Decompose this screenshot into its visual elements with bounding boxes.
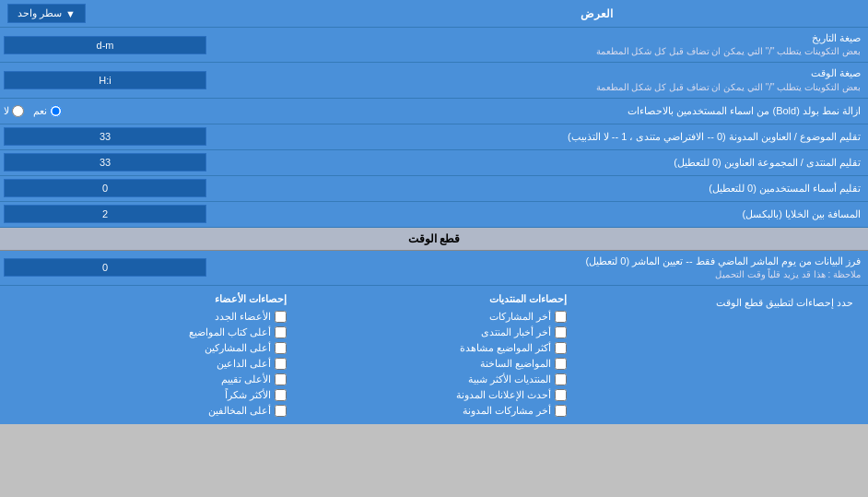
usernames-row: تقليم أسماء المستخدمين (0 للتعطيل) — [0, 176, 868, 202]
radio-yes[interactable] — [50, 105, 62, 117]
checkbox-last-announcements-label: أحدث الإعلانات المدونة — [456, 389, 551, 401]
forum-titles-input-wrap — [0, 151, 258, 173]
cutoff-days-input[interactable] — [4, 258, 206, 277]
space-cells-input[interactable] — [4, 205, 206, 223]
time-format-row: صيغة الوقت بعض التكوينات يتطلب "/" التي … — [0, 63, 868, 98]
topics-titles-input-wrap — [0, 125, 258, 148]
checkbox-last-news-label: أخر أخبار المنتدى — [481, 326, 551, 338]
bold-remove-label: ازالة نمط بولد (Bold) من اسماء المستخدمي… — [258, 101, 868, 122]
checkbox-top-posters-sub-input[interactable] — [275, 342, 287, 354]
checkbox-top-online-label: أعلى الداعين — [217, 358, 271, 370]
bold-remove-radio-group: نعم لا — [4, 105, 62, 117]
checkbox-hot-topics-label: المواضيع الساخنة — [480, 358, 551, 370]
checkbox-top-rated-label: الأعلى تقييم — [221, 373, 271, 385]
checkbox-last-news[interactable]: أخر أخبار المنتدى — [287, 326, 566, 338]
checkbox-last-news-input[interactable] — [555, 326, 567, 338]
radio-no-label[interactable]: لا — [4, 105, 24, 117]
checkbox-similar-forums-input[interactable] — [555, 373, 567, 385]
date-format-input[interactable] — [4, 36, 206, 54]
checkbox-hot-topics-input[interactable] — [555, 358, 567, 370]
date-format-row: صيغة التاريخ بعض التكوينات يتطلب "/" الت… — [0, 28, 868, 63]
checkbox-last-announcements-input[interactable] — [555, 389, 567, 401]
checkbox-new-members[interactable]: الأعضاء الجدد — [7, 311, 287, 323]
member-stats-title: إحصاءات الأعضاء — [7, 293, 287, 305]
dropdown-arrow: ▼ — [65, 8, 76, 19]
checkbox-top-moderators-label: أعلى المخالفين — [208, 405, 271, 417]
radio-no[interactable] — [12, 105, 24, 117]
space-cells-row: المسافة بين الخلايا (بالبكسل) — [0, 202, 868, 228]
dropdown-label: سطر واحد — [18, 7, 62, 19]
radio-yes-text: نعم — [33, 105, 47, 117]
checkbox-top-rated[interactable]: الأعلى تقييم — [7, 373, 287, 385]
checkbox-similar-forums[interactable]: المنتديات الأكثر شبية — [287, 373, 566, 385]
cutoff-days-input-wrap — [0, 256, 258, 278]
usernames-label: تقليم أسماء المستخدمين (0 للتعطيل) — [258, 178, 868, 199]
radio-yes-label[interactable]: نعم — [33, 105, 62, 117]
forum-stats-title: إحصاءات المنتديات — [287, 293, 566, 305]
checkbox-last-announcements[interactable]: أحدث الإعلانات المدونة — [287, 389, 566, 401]
cutoff-days-label: فرز البيانات من يوم الماشر الماضي فقط --… — [258, 251, 868, 285]
checkbox-new-members-input[interactable] — [275, 311, 287, 323]
checkbox-top-online-input[interactable] — [275, 358, 287, 370]
checkbox-top-posters-sub[interactable]: أعلى المشاركين — [7, 342, 287, 354]
checkbox-last-posts[interactable]: أخر المشاركات — [287, 311, 566, 323]
checkbox-last-posts-label: أخر المشاركات — [489, 311, 551, 323]
topics-titles-label: تقليم الموضوع / العناوين المدونة (0 -- ا… — [258, 126, 868, 148]
checkbox-last-pinned-input[interactable] — [555, 405, 567, 417]
checkbox-most-thanks[interactable]: الأكثر شكراً — [7, 389, 287, 401]
checkbox-new-members-label: الأعضاء الجدد — [215, 311, 271, 323]
cutoff-section-header: قطع الوقت — [0, 228, 868, 251]
date-format-input-wrap — [0, 34, 258, 56]
space-cells-label: المسافة بين الخلايا (بالبكسل) — [258, 204, 868, 225]
checkbox-similar-forums-label: المنتديات الأكثر شبية — [468, 373, 551, 385]
checkbox-last-pinned[interactable]: أخر مشاركات المدونة — [287, 405, 566, 417]
header-label: العرض — [581, 7, 613, 20]
checkbox-most-viewed-label: أكثر المواضيع مشاهدة — [460, 342, 551, 354]
cutoff-days-row: فرز البيانات من يوم الماشر الماضي فقط --… — [0, 251, 868, 286]
checkbox-hot-topics[interactable]: المواضيع الساخنة — [287, 358, 566, 370]
apply-label: حدد إحصاءات لتطبيق قطع الوقت — [567, 293, 861, 313]
checkbox-most-viewed-input[interactable] — [555, 342, 567, 354]
checkbox-most-thanks-label: الأكثر شكراً — [225, 389, 271, 401]
checkbox-top-posters-input[interactable] — [275, 326, 287, 338]
checkbox-top-moderators-input[interactable] — [275, 405, 287, 417]
usernames-input-wrap — [0, 177, 258, 199]
time-format-label: صيغة الوقت بعض التكوينات يتطلب "/" التي … — [258, 63, 868, 97]
header-row: العرض ▼ سطر واحد — [0, 0, 868, 28]
checkbox-top-moderators[interactable]: أعلى المخالفين — [7, 405, 287, 417]
checkbox-top-rated-input[interactable] — [275, 373, 287, 385]
radio-no-text: لا — [4, 105, 9, 117]
checkbox-top-posters[interactable]: أعلى كتاب المواضيع — [7, 326, 287, 338]
usernames-input[interactable] — [4, 179, 206, 197]
space-cells-input-wrap — [0, 203, 258, 225]
main-container: العرض ▼ سطر واحد — [0, 0, 868, 424]
display-dropdown[interactable]: ▼ سطر واحد — [7, 4, 86, 23]
cutoff-section-title: قطع الوقت — [408, 232, 460, 245]
bottom-section: حدد إحصاءات لتطبيق قطع الوقت إحصاءات الم… — [0, 286, 868, 424]
time-format-input-wrap — [0, 69, 258, 91]
checkbox-most-viewed[interactable]: أكثر المواضيع مشاهدة — [287, 342, 566, 354]
forum-titles-label: تقليم المنتدى / المجموعة العناوين (0 للت… — [258, 152, 868, 173]
forum-stats-col: إحصاءات المنتديات أخر المشاركات أخر أخبا… — [287, 293, 566, 417]
checkbox-top-posters-label: أعلى كتاب المواضيع — [189, 326, 271, 338]
checkboxes-area: حدد إحصاءات لتطبيق قطع الوقت إحصاءات الم… — [0, 290, 868, 420]
checkbox-last-pinned-label: أخر مشاركات المدونة — [463, 405, 551, 417]
bold-remove-input-wrap: نعم لا — [0, 103, 258, 119]
topics-titles-input[interactable] — [4, 127, 206, 146]
forum-titles-row: تقليم المنتدى / المجموعة العناوين (0 للت… — [0, 150, 868, 176]
forum-titles-input[interactable] — [4, 153, 206, 172]
date-format-label: صيغة التاريخ بعض التكوينات يتطلب "/" الت… — [258, 28, 868, 62]
checkbox-top-online[interactable]: أعلى الداعين — [7, 358, 287, 370]
time-format-input[interactable] — [4, 71, 206, 89]
checkbox-most-thanks-input[interactable] — [275, 389, 287, 401]
member-stats-col: إحصاءات الأعضاء الأعضاء الجدد أعلى كتاب … — [7, 293, 287, 417]
topics-titles-row: تقليم الموضوع / العناوين المدونة (0 -- ا… — [0, 124, 868, 150]
bold-remove-row: ازالة نمط بولد (Bold) من اسماء المستخدمي… — [0, 99, 868, 124]
checkbox-last-posts-input[interactable] — [555, 311, 567, 323]
checkbox-top-posters-sub-label: أعلى المشاركين — [205, 342, 271, 354]
